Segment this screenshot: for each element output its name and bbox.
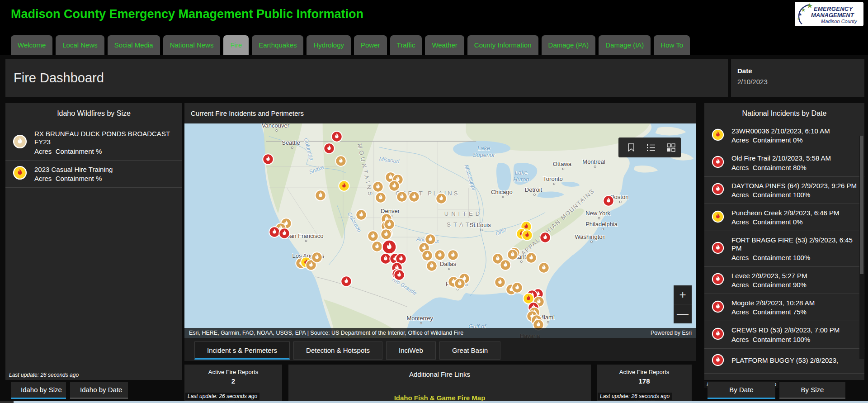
incident-name: FORT BRAGG FIRE (53) 2/9/2023, 6:45 PM — [731, 236, 860, 253]
list-item[interactable]: Mogote 2/9/2023, 10:28 AMAcres Containme… — [704, 294, 864, 321]
fire-marker-t[interactable] — [311, 251, 323, 266]
fire-marker-t[interactable] — [538, 262, 550, 276]
incident-detail: Acres Containment % — [34, 147, 178, 155]
fire-marker-t[interactable] — [494, 276, 506, 290]
city-dot — [305, 240, 307, 242]
idaho-wildfires-list: RX BRUNEAU DUCK PONDS BROADCAST FY23Acre… — [5, 125, 182, 188]
tab-local-news[interactable]: Local News — [56, 35, 104, 55]
idaho-wildfires-panel: Idaho Wildfires by Size RX BRUNEAU DUCK … — [5, 103, 182, 380]
city-dot — [275, 129, 278, 132]
list-item[interactable]: 23WR00036 2/10/2023, 6:10 AMAcres Contai… — [704, 122, 864, 149]
fire-marker-t[interactable] — [506, 248, 519, 262]
list-item[interactable]: FORT BRAGG FIRE (53) 2/9/2023, 6:45 PMAc… — [704, 231, 864, 267]
svg-text:★: ★ — [797, 17, 800, 20]
fire-marker-t[interactable] — [374, 191, 387, 205]
city-dot — [553, 183, 555, 185]
fire-icon — [712, 183, 724, 197]
tab-national-news[interactable]: National News — [163, 35, 221, 55]
fire-marker-r[interactable] — [603, 195, 615, 209]
tab-traffic[interactable]: Traffic — [390, 35, 422, 55]
tab-how-to[interactable]: How To — [654, 35, 690, 55]
incident-detail: Acres Containment 0% — [731, 136, 860, 144]
svg-text:★: ★ — [807, 2, 813, 9]
fire-marker-r[interactable] — [539, 231, 552, 245]
map-tab-detection-hotspots[interactable]: Detection & Hotspots — [293, 341, 382, 360]
tab-idaho-by-date[interactable]: Idaho by Date — [70, 382, 128, 399]
tab-welcome[interactable]: Welcome — [11, 35, 52, 55]
incident-detail: Acres Containment 75% — [731, 308, 860, 316]
fire-marker-r[interactable] — [393, 269, 406, 283]
fire-marker-t[interactable] — [525, 252, 538, 266]
fire-marker-r[interactable] — [323, 142, 335, 156]
incident-name: 2023 Casual Hire Training — [34, 166, 178, 174]
tab-by-size[interactable]: By Size — [779, 382, 845, 399]
incident-name: Old Fire Trail 2/10/2023, 5:58 AM — [731, 154, 860, 162]
fire-marker-t[interactable] — [315, 190, 327, 204]
fire-incidents-map[interactable]: GREAT PLAINSUNITEDSTATESMOUNTAINSAPPALAC… — [184, 123, 696, 338]
tab-weather[interactable]: Weather — [425, 35, 464, 55]
map-city-st-louis: St Louis — [470, 222, 491, 228]
fire-marker-t[interactable] — [511, 282, 523, 296]
fire-marker-y[interactable] — [338, 180, 350, 194]
legend-button[interactable] — [641, 137, 661, 157]
fire-marker-t[interactable] — [355, 209, 367, 223]
map-title: Current Fire Incidents and Perimeters — [184, 103, 696, 123]
map-tab-incident-s-perimeters[interactable]: Incident s & Perimeters — [194, 341, 290, 360]
map-tab-strip: Incident s & PerimetersDetection & Hotsp… — [184, 338, 696, 361]
fire-marker-t[interactable] — [396, 190, 408, 204]
logo-line3: Madison County — [821, 19, 857, 24]
fire-marker-t[interactable] — [383, 218, 395, 232]
tab-earthquakes[interactable]: Earthquakes — [252, 35, 303, 55]
incident-name: RX BRUNEAU DUCK PONDS BROADCAST FY23 — [34, 130, 178, 147]
tab-county-information[interactable]: County Information — [467, 35, 538, 55]
incidents-scrollbar-thumb[interactable] — [860, 136, 863, 274]
list-item[interactable]: 2023 Casual Hire TrainingAcres Containme… — [5, 161, 182, 188]
fire-marker-r[interactable] — [340, 275, 352, 289]
incident-name: PLATFORM BUGGY (53) 2/8/2023, — [731, 356, 860, 365]
bookmarks-button[interactable] — [621, 137, 641, 157]
national-stats-title: Active Fire Reports — [597, 369, 692, 375]
incident-name: Puncheon Creek 2/9/2023, 6:46 PM — [731, 209, 860, 217]
list-item[interactable]: DAYTONA PINES (64) 2/9/2023, 9:26 PMAcre… — [704, 177, 864, 204]
incident-detail: Acres Containment 80% — [731, 164, 860, 171]
map-tab-great-basin[interactable]: Great Basin — [439, 341, 500, 360]
fire-marker-r[interactable] — [278, 228, 290, 242]
list-item[interactable]: PLATFORM BUGGY (53) 2/8/2023, — [704, 349, 864, 374]
tab-damage-ia-[interactable]: Damage (IA) — [599, 35, 651, 55]
tab-social-media[interactable]: Social Media — [108, 35, 160, 55]
fire-marker-t[interactable] — [447, 249, 459, 263]
zoom-out-button[interactable]: — — [674, 304, 692, 323]
fire-marker-t[interactable] — [408, 190, 420, 204]
fire-marker-t[interactable] — [425, 260, 438, 274]
horizontal-scrollbar[interactable] — [14, 401, 868, 403]
national-incidents-list: 23WR00036 2/10/2023, 6:10 AMAcres Contai… — [704, 122, 864, 374]
fire-marker-t[interactable] — [454, 277, 466, 291]
idaho-last-update: Last update: 26 seconds ago — [9, 372, 79, 378]
basemap-gallery-button[interactable] — [661, 137, 681, 157]
list-item[interactable]: Old Fire Trail 2/10/2023, 5:58 AMAcres C… — [704, 149, 864, 176]
tab-damage-pa-[interactable]: Damage (PA) — [542, 35, 596, 55]
map-tab-inciweb[interactable]: InciWeb — [386, 341, 436, 360]
list-item[interactable]: RX BRUNEAU DUCK PONDS BROADCAST FY23Acre… — [5, 125, 182, 161]
zoom-in-button[interactable]: + — [674, 285, 692, 304]
list-item[interactable]: CREWS RD (53) 2/8/2023, 7:00 PMAcres Con… — [704, 321, 864, 348]
list-item[interactable]: Levee 2/9/2023, 5:27 PMAcres Containment… — [704, 267, 864, 294]
fire-icon — [712, 242, 724, 256]
tab-idaho-by-size[interactable]: Idaho by Size — [11, 382, 66, 399]
fire-icon — [712, 210, 724, 225]
fire-marker-t[interactable] — [335, 155, 347, 169]
national-stats-last-update: Last update: 26 seconds ago — [598, 393, 672, 400]
incidents-scrollbar[interactable] — [859, 136, 864, 359]
fire-marker-y[interactable] — [521, 229, 533, 243]
fire-dashboard-app: Madison County Emergency Management Publ… — [0, 0, 868, 403]
fire-icon — [13, 166, 27, 182]
tab-by-date[interactable]: By Date — [708, 382, 775, 399]
incident-detail: Acres Containment 100% — [731, 254, 860, 261]
tab-hydrology[interactable]: Hydrology — [307, 35, 351, 55]
fire-marker-r[interactable] — [262, 153, 274, 167]
fire-marker-t[interactable] — [435, 193, 448, 207]
incident-name: CREWS RD (53) 2/8/2023, 7:00 PM — [731, 326, 860, 334]
list-item[interactable]: Puncheon Creek 2/9/2023, 6:46 PMAcres Co… — [704, 204, 864, 231]
tab-fire[interactable]: Fire — [223, 35, 249, 55]
tab-power[interactable]: Power — [354, 35, 387, 55]
